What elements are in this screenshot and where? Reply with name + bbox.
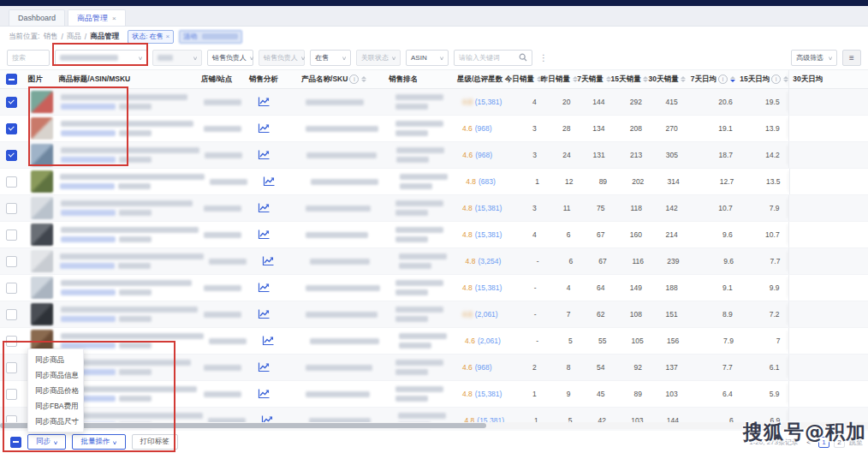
cell-rating: 4.6(968) [458, 116, 511, 141]
sales-analysis-chart-icon[interactable] [258, 308, 271, 321]
cell-title[interactable] [54, 169, 205, 194]
tab-商品管理[interactable]: 商品管理× [68, 9, 126, 26]
sales-analysis-chart-icon[interactable] [258, 96, 271, 109]
review-count-link[interactable]: (15,381) [475, 283, 502, 292]
menu-item-同步商品尺寸[interactable]: 同步商品尺寸 [28, 414, 83, 429]
column-header-d30[interactable]: 30天销量 [648, 70, 686, 88]
horizontal-scrollbar[interactable] [0, 422, 868, 429]
tab-Dashboard[interactable]: Dashboard [9, 9, 65, 26]
review-count-link[interactable]: (968) [475, 151, 492, 159]
row-checkbox[interactable] [6, 309, 17, 320]
sales-analysis-chart-icon[interactable] [258, 149, 271, 162]
product-image[interactable] [31, 303, 53, 325]
row-checkbox[interactable] [6, 123, 17, 134]
sync-button[interactable]: 同步 ∨ [27, 434, 66, 450]
sales-analysis-chart-icon[interactable] [262, 255, 275, 268]
sales-analysis-chart-icon[interactable] [258, 282, 271, 295]
search-icon[interactable] [519, 53, 527, 63]
cell-title[interactable] [55, 222, 199, 247]
row-checkbox[interactable] [6, 256, 17, 267]
product-image[interactable] [31, 117, 53, 140]
batch-actions-button[interactable]: 批量操作 ∨ [72, 434, 125, 450]
review-count-link[interactable]: (2,061) [478, 337, 501, 345]
product-image[interactable] [31, 170, 53, 193]
row-checkbox[interactable] [6, 176, 17, 188]
cell-title[interactable] [54, 248, 204, 274]
pagination-page-1[interactable]: 1 [818, 437, 829, 448]
column-header-sku[interactable]: 产品名称/SKU [297, 70, 384, 88]
menu-item-同步商品[interactable]: 同步商品 [28, 352, 83, 367]
column-header-avg15[interactable]: 15天日均 [740, 70, 788, 88]
shop-select[interactable]: ∨ [55, 50, 147, 66]
column-header-d7[interactable]: 7天销量 [577, 70, 610, 88]
product-image[interactable] [31, 277, 53, 299]
breadcrumb-item-product[interactable]: 商品 [67, 32, 81, 42]
more-filters-icon[interactable]: ⋮ [538, 53, 550, 63]
row-checkbox[interactable] [6, 336, 17, 347]
link-status-select[interactable]: 关联状态∨ [356, 50, 401, 66]
product-image[interactable] [31, 197, 53, 219]
sales-analysis-chart-icon[interactable] [262, 335, 275, 348]
menu-item-同步商品信息[interactable]: 同步商品信息 [28, 367, 83, 383]
sales-analysis-chart-icon[interactable] [258, 361, 271, 374]
row-checkbox[interactable] [6, 229, 17, 241]
review-count-link[interactable]: (2,061) [475, 310, 498, 319]
cell-title[interactable] [55, 275, 199, 301]
column-header-d15[interactable]: 15天销量 [611, 70, 649, 88]
sales-analysis-chart-icon[interactable] [258, 388, 271, 401]
close-icon[interactable]: × [166, 33, 170, 40]
close-icon[interactable]: × [112, 15, 116, 22]
review-count-link[interactable]: (15,381) [475, 204, 502, 212]
permission-select[interactable]: ∨ [152, 50, 202, 66]
keyword-input[interactable]: 请输入关键词 [454, 50, 532, 66]
filter-tag[interactable]: 活动 [179, 30, 242, 44]
row-checkbox[interactable] [6, 362, 17, 373]
select-all-checkbox[interactable] [10, 437, 21, 448]
row-checkbox[interactable] [6, 97, 17, 108]
product-image[interactable] [31, 224, 53, 246]
review-count-link[interactable]: (968) [475, 124, 492, 133]
header-checkbox[interactable] [6, 74, 17, 85]
status-select[interactable]: 在售∨ [310, 50, 351, 66]
product-image[interactable] [31, 91, 53, 113]
sales-analysis-chart-icon[interactable] [263, 176, 276, 188]
sales-analysis-chart-icon[interactable] [258, 202, 271, 215]
review-count-link[interactable]: (15,381) [475, 98, 502, 106]
owner-select-2[interactable]: 销售负责人∨ [259, 50, 305, 66]
sales-analysis-chart-icon[interactable] [258, 229, 271, 241]
column-header-yesterday[interactable]: 昨日销量 [541, 70, 577, 88]
pagination-page-2[interactable]: 2 [834, 437, 845, 448]
product-image[interactable] [31, 250, 53, 272]
cell-title[interactable] [55, 142, 199, 168]
menu-item-同步FBA费用[interactable]: 同步FBA费用 [28, 398, 83, 414]
row-checkbox[interactable] [6, 283, 17, 294]
review-count-link[interactable]: (968) [475, 363, 492, 372]
print-label-button[interactable]: 打印标签 [132, 434, 178, 450]
menu-item-同步商品价格[interactable]: 同步商品价格 [28, 383, 83, 398]
sort-icon[interactable] [361, 76, 366, 82]
search-input[interactable]: 搜索 [7, 50, 50, 66]
column-header-today[interactable]: 今日销量 [505, 70, 541, 88]
row-checkbox[interactable] [6, 389, 17, 400]
breadcrumb-item-sales[interactable]: 销售 [43, 32, 57, 42]
sales-analysis-chart-icon[interactable] [258, 122, 271, 135]
table-settings-icon[interactable]: ≡ [842, 50, 861, 66]
pagination-prev-icon[interactable]: < [803, 437, 814, 448]
cell-title[interactable] [55, 116, 199, 141]
sort-icon[interactable] [730, 76, 735, 82]
cell-title[interactable] [55, 195, 199, 221]
advanced-filter-button[interactable]: 高级筛选 ∨ [791, 50, 837, 66]
filter-tag[interactable]: 状态: 在售× [128, 30, 174, 44]
owner-select-1[interactable]: 销售负责人∨ [207, 50, 253, 66]
review-count-link[interactable]: (3,254) [478, 257, 501, 265]
review-count-link[interactable]: (15,381) [475, 230, 502, 239]
row-checkbox[interactable] [6, 203, 17, 214]
asin-select[interactable]: ASIN∨ [406, 50, 449, 66]
review-count-link[interactable]: (683) [479, 177, 496, 186]
product-image[interactable] [31, 144, 53, 166]
row-checkbox[interactable] [6, 150, 17, 161]
cell-title[interactable] [55, 301, 199, 327]
cell-title[interactable] [55, 89, 199, 115]
column-header-avg7[interactable]: 7天日均 [686, 70, 740, 88]
review-count-link[interactable]: (15,381) [475, 390, 502, 398]
